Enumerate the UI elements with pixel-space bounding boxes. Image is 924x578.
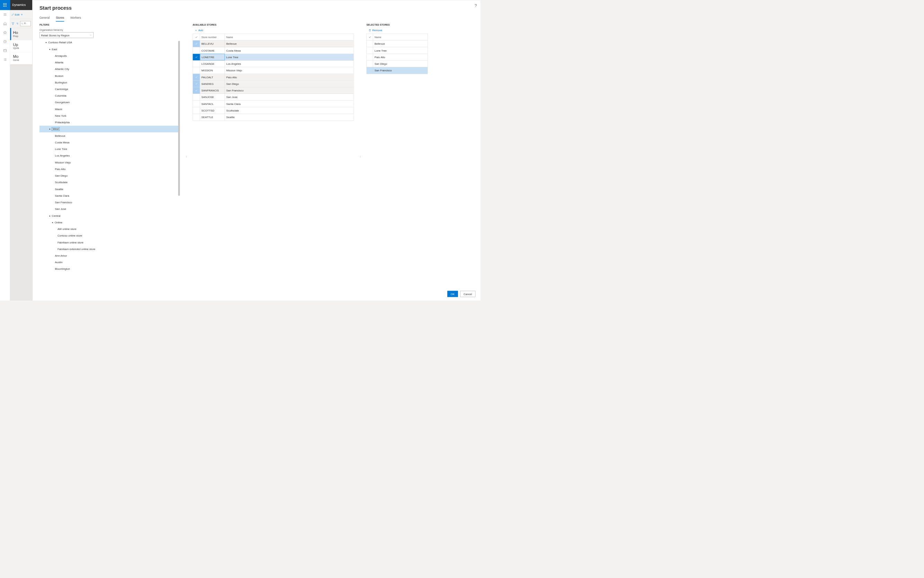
list-item[interactable]: Up Upda <box>10 40 32 52</box>
table-row[interactable]: COSTAMECosta Mesa <box>193 47 353 54</box>
tree-leaf[interactable]: Costa Mesa <box>39 139 180 145</box>
favorites-icon[interactable] <box>0 28 10 37</box>
row-checkbox[interactable] <box>193 101 200 107</box>
recent-icon[interactable] <box>0 37 10 46</box>
row-checkbox[interactable] <box>193 94 200 101</box>
table-row[interactable]: SANDIEGSan Diego <box>193 80 353 87</box>
tree-leaf[interactable]: Atlantic City <box>39 66 180 72</box>
tree-node-west[interactable]: ▲ West <box>39 126 180 132</box>
tree-node[interactable]: ▲ Central <box>39 212 180 219</box>
tree-leaf[interactable]: Santa Clara <box>39 192 180 199</box>
tree-leaf[interactable]: Fabrikam online store <box>39 239 180 245</box>
table-row[interactable]: SANTACLSanta Clara <box>193 101 353 107</box>
org-hierarchy-select[interactable]: Retail Stores by Region <box>39 32 94 38</box>
tree-leaf[interactable]: Bellevue <box>39 132 180 139</box>
table-row[interactable]: MISSIONMission Viejo <box>193 67 353 74</box>
splitter-handle[interactable]: ⋮ <box>185 24 187 290</box>
tree-leaf[interactable]: San Jose <box>39 206 180 212</box>
add-button[interactable]: Add <box>193 28 354 34</box>
tree-leaf[interactable]: Boston <box>39 72 180 79</box>
col-store-number[interactable]: Store number <box>200 34 225 41</box>
row-checkbox[interactable] <box>193 74 200 80</box>
tree-leaf[interactable]: San Diego <box>39 172 180 179</box>
table-row[interactable]: PALOALTPalo Alto <box>193 74 353 80</box>
row-checkbox[interactable] <box>193 80 200 87</box>
home-icon[interactable] <box>0 19 10 28</box>
edit-button[interactable]: Edit <box>11 13 20 16</box>
select-all-checkbox[interactable] <box>193 34 200 41</box>
tree-leaf[interactable]: Philadelphia <box>39 119 180 126</box>
row-checkbox[interactable] <box>193 67 200 74</box>
row-checkbox[interactable] <box>193 61 200 67</box>
row-checkbox[interactable] <box>193 54 200 60</box>
table-row[interactable]: Lone Tree <box>366 47 428 54</box>
scrollbar-thumb[interactable] <box>178 41 180 196</box>
tree-leaf[interactable]: Austin <box>39 259 180 266</box>
tab-workers[interactable]: Workers <box>70 16 81 21</box>
filter-icon[interactable] <box>11 22 14 25</box>
tree-node[interactable]: ▲ Online <box>39 219 180 226</box>
table-row[interactable]: LONETRELone Tree <box>193 54 353 60</box>
table-row[interactable]: San Francisco <box>366 67 428 74</box>
cancel-button[interactable]: Cancel <box>460 291 475 297</box>
select-all-checkbox[interactable] <box>366 34 373 41</box>
tree-leaf[interactable]: Fabrikam extended online store <box>39 245 180 252</box>
tree-leaf[interactable]: Scottsdale <box>39 179 180 186</box>
ok-button[interactable]: OK <box>447 291 458 297</box>
table-row[interactable]: LOSANGELos Angeles <box>193 61 353 67</box>
splitter-handle[interactable]: ⋮ <box>359 24 361 290</box>
workspace-icon[interactable] <box>0 46 10 55</box>
list-item[interactable]: Mo Gene <box>10 52 32 65</box>
row-checkbox[interactable] <box>193 47 200 54</box>
tree-node[interactable]: ▲ East <box>39 46 180 52</box>
tree-leaf[interactable]: Seattle <box>39 186 180 192</box>
tree-leaf[interactable]: Annapolis <box>39 52 180 59</box>
table-row[interactable]: San Diego <box>366 61 428 67</box>
row-checkbox[interactable] <box>193 107 200 114</box>
org-tree[interactable]: ▲ Contoso Retail USA ▲ East AnnapolisAtl… <box>39 39 180 273</box>
plus-icon[interactable] <box>20 13 23 16</box>
tree-leaf[interactable]: New York <box>39 112 180 119</box>
row-checkbox[interactable] <box>193 41 200 47</box>
tree-leaf[interactable]: Burlington <box>39 79 180 86</box>
row-checkbox[interactable] <box>366 41 373 47</box>
tree-leaf[interactable]: Columbia <box>39 93 180 99</box>
row-checkbox[interactable] <box>366 54 373 60</box>
col-name[interactable]: Name <box>225 34 354 41</box>
row-checkbox[interactable] <box>366 47 373 54</box>
tree-leaf[interactable]: Miami <box>39 106 180 112</box>
app-launcher-button[interactable] <box>0 0 10 10</box>
table-row[interactable]: SCOTTSDScottsdale <box>193 107 353 114</box>
table-row[interactable]: SANFRANCISSan Francisco <box>193 87 353 94</box>
hamburger-icon[interactable] <box>0 10 10 19</box>
remove-button[interactable]: Remove <box>366 28 473 34</box>
tree-leaf[interactable]: Los Angeles <box>39 153 180 159</box>
tree-leaf[interactable]: Mission Viejo <box>39 159 180 166</box>
table-row[interactable]: SEATTLESeattle <box>193 114 353 120</box>
tree-leaf[interactable]: Ann Arbor <box>39 252 180 259</box>
row-checkbox[interactable] <box>193 114 200 120</box>
col-name[interactable]: Name <box>373 34 428 41</box>
table-row[interactable]: Palo Alto <box>366 54 428 60</box>
list-icon[interactable] <box>0 55 10 64</box>
table-row[interactable]: Bellevue <box>366 41 428 47</box>
tree-leaf[interactable]: San Francisco <box>39 199 180 206</box>
tab-general[interactable]: General <box>39 16 50 21</box>
tree-leaf[interactable]: AW online store <box>39 226 180 232</box>
tree-leaf[interactable]: Bloomington <box>39 266 180 272</box>
tree-leaf[interactable]: Atlanta <box>39 59 180 66</box>
list-item[interactable]: Ho Prep <box>10 28 32 40</box>
tree-leaf[interactable]: Lone Tree <box>39 146 180 153</box>
row-checkbox[interactable] <box>193 87 200 94</box>
tree-node[interactable]: ▲ Contoso Retail USA <box>39 39 180 46</box>
row-checkbox[interactable] <box>366 67 373 74</box>
tree-leaf[interactable]: Contoso online store <box>39 232 180 239</box>
tree-leaf[interactable]: Cambridge <box>39 86 180 93</box>
table-row[interactable]: SANJOSESan Jose <box>193 94 353 101</box>
tree-leaf[interactable]: Georgetown <box>39 99 180 106</box>
tree-leaf[interactable]: Chicago <box>39 272 180 273</box>
sort-icon[interactable] <box>16 22 19 25</box>
row-checkbox[interactable] <box>366 61 373 67</box>
bg-search-input[interactable]: Fi <box>20 21 31 26</box>
help-icon[interactable]: ? <box>475 3 477 8</box>
